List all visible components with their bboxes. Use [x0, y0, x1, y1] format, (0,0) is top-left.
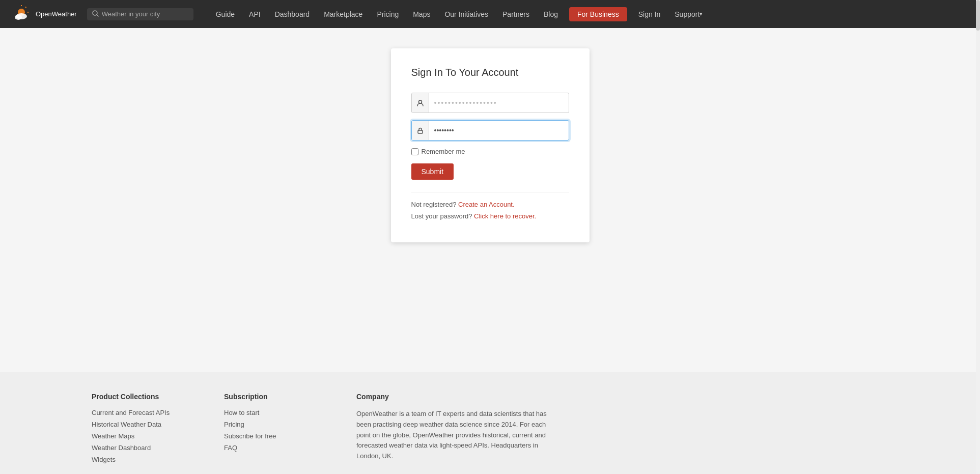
footer-subscription-heading: Subscription: [224, 393, 326, 401]
nav-support[interactable]: Support: [667, 0, 710, 28]
footer-link-weather-dashboard[interactable]: Weather Dashboard: [92, 444, 193, 452]
openweather-logo-icon: [10, 3, 33, 25]
remember-me-text: Remember me: [422, 148, 465, 155]
svg-point-9: [418, 100, 422, 103]
footer: Product Collections Current and Forecast…: [0, 372, 980, 474]
not-registered-text: Not registered? Create an Account.: [411, 201, 569, 208]
footer-product-heading: Product Collections: [92, 393, 193, 401]
search-input[interactable]: [102, 10, 188, 18]
svg-point-3: [15, 15, 22, 20]
remember-me-label[interactable]: Remember me: [411, 148, 569, 155]
recover-link[interactable]: Click here to recover.: [474, 212, 536, 220]
nav-links: Guide API Dashboard Marketplace Pricing …: [209, 0, 970, 28]
remember-me-checkbox[interactable]: [411, 148, 418, 155]
nav-our-initiatives[interactable]: Our Initiatives: [437, 0, 495, 28]
lock-icon: [412, 121, 429, 140]
footer-link-how-to-start[interactable]: How to start: [224, 409, 326, 416]
submit-button[interactable]: Submit: [411, 163, 454, 180]
footer-link-weather-maps[interactable]: Weather Maps: [92, 432, 193, 440]
footer-subscription: Subscription How to start Pricing Subscr…: [224, 393, 326, 467]
search-icon: [92, 10, 99, 18]
svg-line-5: [25, 7, 26, 8]
nav-sign-in[interactable]: Sign In: [631, 0, 668, 28]
scrollbar[interactable]: [976, 0, 980, 474]
nav-partners[interactable]: Partners: [495, 0, 537, 28]
footer-link-subscribe-free[interactable]: Subscribe for free: [224, 432, 326, 440]
form-divider: [411, 192, 569, 192]
scrollbar-thumb[interactable]: [976, 0, 980, 31]
brand-logo[interactable]: OpenWeather: [10, 3, 77, 25]
brand-text: OpenWeather: [36, 10, 77, 18]
footer-link-widgets[interactable]: Widgets: [92, 456, 193, 463]
nav-for-business[interactable]: For Business: [569, 7, 627, 21]
lost-password-text: Lost your password? Click here to recove…: [411, 212, 569, 220]
footer-link-pricing[interactable]: Pricing: [224, 421, 326, 428]
username-input-group: [411, 93, 569, 113]
user-icon: [412, 93, 429, 113]
svg-line-8: [97, 14, 98, 16]
main-content: Sign In To Your Account: [0, 28, 980, 372]
nav-maps[interactable]: Maps: [406, 0, 437, 28]
footer-product-collections: Product Collections Current and Forecast…: [92, 393, 193, 467]
navbar: OpenWeather Guide API Dashboard Marketpl…: [0, 0, 980, 28]
nav-pricing[interactable]: Pricing: [370, 0, 406, 28]
nav-dashboard[interactable]: Dashboard: [268, 0, 317, 28]
password-input[interactable]: [429, 122, 569, 138]
nav-marketplace[interactable]: Marketplace: [317, 0, 370, 28]
login-card: Sign In To Your Account: [391, 48, 590, 242]
create-account-link[interactable]: Create an Account.: [458, 201, 515, 208]
nav-blog[interactable]: Blog: [537, 0, 565, 28]
nav-guide[interactable]: Guide: [209, 0, 242, 28]
footer-link-current-apis[interactable]: Current and Forecast APIs: [92, 409, 193, 416]
svg-rect-10: [418, 130, 423, 133]
footer-company-heading: Company: [356, 393, 550, 401]
footer-company-description: OpenWeather is a team of IT experts and …: [356, 409, 550, 462]
login-title: Sign In To Your Account: [411, 67, 569, 78]
footer-link-historical[interactable]: Historical Weather Data: [92, 421, 193, 428]
footer-company: Company OpenWeather is a team of IT expe…: [356, 393, 550, 467]
username-input[interactable]: [429, 95, 569, 111]
password-input-group: [411, 120, 569, 141]
footer-link-faq[interactable]: FAQ: [224, 444, 326, 452]
nav-api[interactable]: API: [242, 0, 268, 28]
search-form: [87, 8, 193, 20]
